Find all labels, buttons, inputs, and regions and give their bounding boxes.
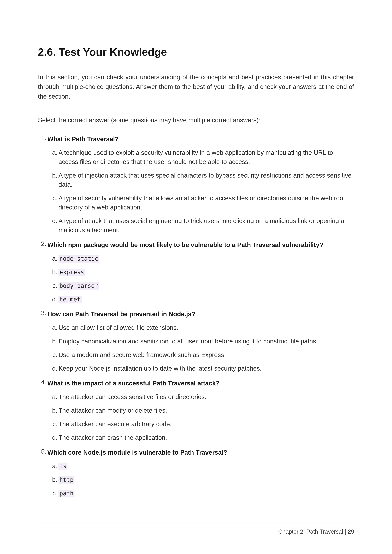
answer-item: express (58, 267, 354, 277)
answer-item: Use an allow-list of allowed file extens… (58, 323, 354, 332)
answer-item: Keep your Node.js installation up to dat… (58, 364, 354, 373)
footer-separator: | (343, 528, 348, 535)
question-text: Which npm package would be most likely t… (47, 240, 354, 249)
question-item: Which core Node.js module is vulnerable … (47, 448, 354, 498)
question-item: What is the impact of a successful Path … (47, 379, 354, 442)
answer-text: Use a modern and secure web framework su… (58, 351, 226, 358)
page-footer: Chapter 2. Path Traversal | 29 (38, 523, 354, 535)
question-text: What is the impact of a successful Path … (47, 379, 354, 388)
page-container: 2.6. Test Your Knowledge In this section… (0, 0, 392, 554)
answer-text: A type of injection attack that uses spe… (58, 172, 351, 188)
question-text: Which core Node.js module is vulnerable … (47, 448, 354, 457)
answer-list: The attacker can access sensitive files … (47, 392, 354, 442)
answer-list: fshttppath (47, 461, 354, 498)
answer-text: Employ canonicalization and sanitiztion … (58, 338, 318, 345)
answer-item: The attacker can execute arbitrary code. (58, 419, 354, 429)
answer-item: The attacker can modify or delete files. (58, 406, 354, 415)
answer-text: A type of attack that uses social engine… (58, 217, 344, 234)
intro-paragraph: In this section, you can check your unde… (38, 72, 354, 101)
answer-code: path (58, 490, 74, 498)
answer-item: fs (58, 461, 354, 471)
answer-code: body-parser (58, 282, 99, 290)
instruction-text: Select the correct answer (some question… (38, 115, 354, 125)
answer-code: fs (58, 463, 68, 470)
answer-item: node-static (58, 254, 354, 263)
answer-item: Use a modern and secure web framework su… (58, 350, 354, 359)
answer-code: express (58, 269, 85, 276)
answer-item: A type of security vulnerability that al… (58, 194, 354, 212)
footer-page-number: 29 (348, 528, 354, 535)
answer-text: The attacker can modify or delete files. (58, 407, 167, 414)
answer-text: A type of security vulnerability that al… (58, 195, 345, 211)
question-item: Which npm package would be most likely t… (47, 240, 354, 304)
answer-text: The attacker can execute arbitrary code. (58, 421, 172, 428)
answer-item: helmet (58, 295, 354, 304)
answer-item: A type of attack that uses social engine… (58, 216, 354, 235)
answer-item: The attacker can crash the application. (58, 433, 354, 442)
answer-item: A type of injection attack that uses spe… (58, 171, 354, 189)
answer-item: body-parser (58, 281, 354, 290)
answer-code: node-static (58, 255, 99, 263)
answer-text: The attacker can crash the application. (58, 434, 167, 441)
answer-text: Use an allow-list of allowed file extens… (58, 324, 178, 331)
answer-text: Keep your Node.js installation up to dat… (58, 365, 262, 372)
footer-chapter: Chapter 2. Path Traversal (278, 528, 343, 535)
question-text: How can Path Traversal be prevented in N… (47, 310, 354, 319)
question-item: What is Path Traversal?A technique used … (47, 134, 354, 235)
answer-list: A technique used to exploit a security v… (47, 148, 354, 235)
answer-list: node-staticexpressbody-parserhelmet (47, 254, 354, 304)
answer-item: A technique used to exploit a security v… (58, 148, 354, 166)
answer-item: Employ canonicalization and sanitiztion … (58, 337, 354, 346)
answer-code: helmet (58, 296, 82, 304)
answer-item: The attacker can access sensitive files … (58, 392, 354, 402)
answer-item: path (58, 489, 354, 498)
question-list: What is Path Traversal?A technique used … (38, 134, 354, 498)
answer-list: Use an allow-list of allowed file extens… (47, 323, 354, 373)
section-title: 2.6. Test Your Knowledge (38, 46, 354, 58)
answer-code: http (58, 476, 74, 484)
answer-item: http (58, 475, 354, 484)
answer-text: The attacker can access sensitive files … (58, 393, 206, 400)
question-text: What is Path Traversal? (47, 134, 354, 144)
question-item: How can Path Traversal be prevented in N… (47, 310, 354, 373)
answer-text: A technique used to exploit a security v… (58, 149, 333, 165)
